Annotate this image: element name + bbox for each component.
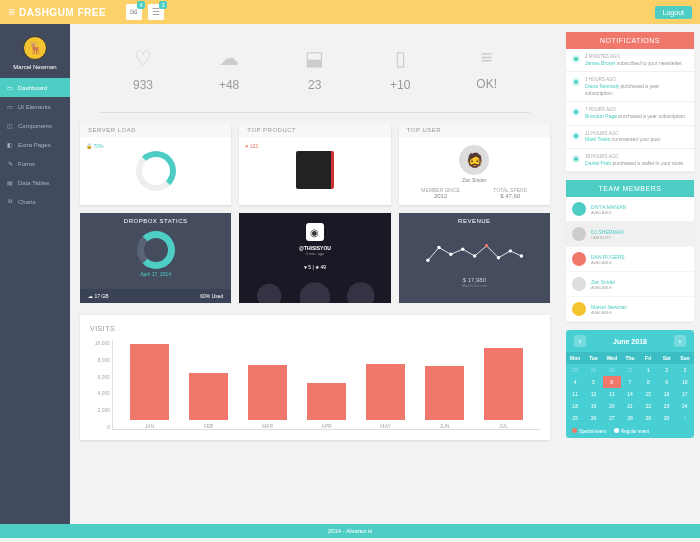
- notification-item[interactable]: 7 HOURS AGOBrandon Page purchased a year…: [566, 102, 694, 125]
- svg-point-4: [473, 254, 476, 257]
- svg-point-5: [485, 244, 488, 247]
- team-member[interactable]: DIVYA MANIANAVAILABLE: [566, 197, 694, 222]
- calendar-day[interactable]: 24: [676, 400, 694, 412]
- nav-components[interactable]: ◫Components: [0, 116, 70, 135]
- team-member[interactable]: DJ SHERMANI AM BUSY: [566, 222, 694, 247]
- notifications-header: NOTIFICATIONS: [566, 32, 694, 49]
- calendar-day[interactable]: 21: [621, 400, 639, 412]
- team-member[interactable]: Zac SniderAVAILABLE: [566, 272, 694, 297]
- stat: ⬓23: [305, 46, 324, 92]
- stats-row: ♡933☁+48⬓23▯+10≡OK!: [80, 36, 550, 106]
- calendar-day[interactable]: 8: [639, 376, 657, 388]
- right-column: NOTIFICATIONS 2 MINUTES AGOJames Brown s…: [560, 24, 700, 524]
- calendar-day[interactable]: 17: [676, 388, 694, 400]
- calendar-day[interactable]: 4: [566, 376, 584, 388]
- sidebar: 🦌 Marcel Newman ▭Dashboard▭UI Elements◫C…: [0, 24, 70, 524]
- team-member[interactable]: DAN ROGERSAVAILABLE: [566, 247, 694, 272]
- calendar-day[interactable]: 29: [639, 412, 657, 424]
- calendar-day[interactable]: 25: [566, 412, 584, 424]
- calendar-day[interactable]: 29: [584, 364, 602, 376]
- top-product-card: TOP PRODUCT ♥ 123: [239, 123, 390, 205]
- nav-forms[interactable]: ✎Forms: [0, 154, 70, 173]
- calendar-day[interactable]: 16: [657, 388, 675, 400]
- notification-item[interactable]: 11 HOURS AGOMark Twain commented your po…: [566, 126, 694, 149]
- brand: DASHGUM FREE: [19, 7, 106, 18]
- bar: JUN: [416, 366, 473, 429]
- nav-dashboard[interactable]: ▭Dashboard: [0, 78, 70, 97]
- calendar-day[interactable]: 3: [676, 364, 694, 376]
- bar: FEB: [180, 373, 237, 429]
- nav-data-tables[interactable]: ▤Data Tables: [0, 173, 70, 192]
- calendar-day[interactable]: 22: [639, 400, 657, 412]
- heart-icon: ♥ 123: [245, 143, 258, 149]
- calendar-day[interactable]: 13: [603, 388, 621, 400]
- calendar-day[interactable]: 19: [584, 400, 602, 412]
- calendar-day[interactable]: 28: [621, 412, 639, 424]
- calendar-day[interactable]: 30: [603, 364, 621, 376]
- calendar-day[interactable]: 6: [603, 376, 621, 388]
- svg-point-3: [461, 248, 464, 251]
- server-load-card: SERVER LOAD 🔒 70%: [80, 123, 231, 205]
- cal-prev[interactable]: ‹: [574, 335, 586, 347]
- calendar-day[interactable]: 12: [584, 388, 602, 400]
- lock-icon: 🔒 70%: [86, 143, 103, 149]
- donut-chart: [136, 151, 176, 191]
- calendar-day[interactable]: 31: [621, 364, 639, 376]
- mail-icon[interactable]: ✉4: [126, 4, 142, 20]
- stat: ▯+10: [390, 46, 410, 92]
- user-avatar: 🧔: [459, 145, 489, 175]
- nav-extra-pages[interactable]: ◧Extra Pages: [0, 135, 70, 154]
- notification-item[interactable]: 2 MINUTES AGOJames Brown subscribed to y…: [566, 49, 694, 72]
- team-header: TEAM MEMBERS: [566, 180, 694, 197]
- calendar-day[interactable]: 20: [603, 400, 621, 412]
- notification-item[interactable]: 18 HOURS AGODaniel Pratt purchased a wal…: [566, 149, 694, 172]
- username: Marcel Newman: [0, 64, 70, 70]
- donut-chart: [137, 231, 175, 269]
- notification-item[interactable]: 3 HOURS AGODiana Kennedy purchased a yea…: [566, 72, 694, 102]
- product-image: [296, 151, 334, 189]
- calendar-day[interactable]: 9: [657, 376, 675, 388]
- calendar-day[interactable]: 1: [639, 364, 657, 376]
- calendar-day[interactable]: 28: [566, 364, 584, 376]
- calendar-day[interactable]: 15: [639, 388, 657, 400]
- team-member[interactable]: Marcel NewmanAVAILABLE: [566, 297, 694, 322]
- bar: JAN: [121, 344, 178, 430]
- top-user-card: TOP USER 🧔 Zac Snider MEMBER SINCE2012 T…: [399, 123, 550, 205]
- stat: ♡933: [133, 46, 153, 92]
- calendar-day[interactable]: 5: [584, 376, 602, 388]
- dropbox-card: DROPBOX STATICS April 17, 2014 ☁ 17 GB60…: [80, 213, 231, 303]
- calendar-day[interactable]: 27: [603, 412, 621, 424]
- calendar-day[interactable]: 23: [657, 400, 675, 412]
- svg-point-2: [449, 253, 452, 256]
- calendar-day[interactable]: 10: [676, 376, 694, 388]
- svg-point-7: [508, 249, 511, 252]
- calendar-day[interactable]: 11: [566, 388, 584, 400]
- svg-point-0: [426, 259, 429, 262]
- svg-point-6: [496, 256, 499, 259]
- footer: 2014 - Alvarez.is: [0, 524, 700, 538]
- visits-chart: VISITS 10,0008,0006,0004,0002,0000 JANFE…: [80, 315, 550, 440]
- bar: MAY: [357, 364, 414, 429]
- nav-ui-elements[interactable]: ▭UI Elements: [0, 97, 70, 116]
- svg-point-1: [437, 246, 440, 249]
- logout-button[interactable]: Logout: [655, 6, 692, 19]
- bar: APR: [298, 383, 355, 429]
- calendar-day[interactable]: 1: [676, 412, 694, 424]
- avatar[interactable]: 🦌: [23, 36, 47, 60]
- svg-point-8: [519, 254, 522, 257]
- calendar-day[interactable]: 14: [621, 388, 639, 400]
- calendar-day[interactable]: 7: [621, 376, 639, 388]
- main-content: ♡933☁+48⬓23▯+10≡OK! SERVER LOAD 🔒 70% TO…: [70, 24, 560, 524]
- bar: MAR: [239, 365, 296, 429]
- nav-charts[interactable]: ⧉Charts: [0, 192, 70, 211]
- calendar-day[interactable]: 18: [566, 400, 584, 412]
- bar: JUL: [475, 348, 532, 429]
- calendar-day[interactable]: 30: [657, 412, 675, 424]
- menu-toggle[interactable]: ≡: [8, 5, 15, 19]
- stat: ≡OK!: [476, 46, 497, 92]
- calendar-day[interactable]: 26: [584, 412, 602, 424]
- tasks-icon[interactable]: ☰3: [148, 4, 164, 20]
- calendar-day[interactable]: 2: [657, 364, 675, 376]
- stat: ☁+48: [219, 46, 239, 92]
- cal-next[interactable]: ›: [674, 335, 686, 347]
